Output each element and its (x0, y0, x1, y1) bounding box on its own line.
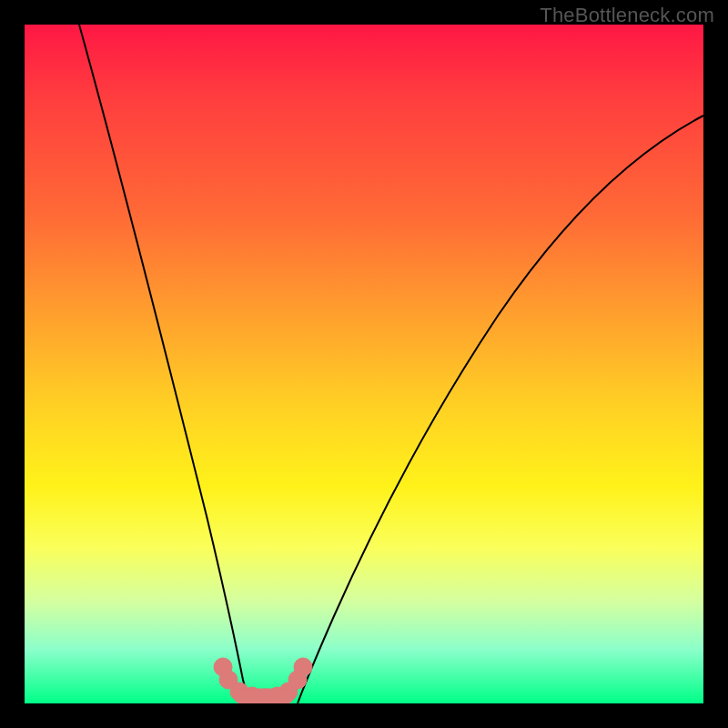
chart-container: TheBottleneck.com (0, 0, 728, 728)
plot-area (25, 25, 703, 703)
curve-right (298, 116, 703, 703)
curve-left (79, 25, 250, 703)
svg-point-8 (294, 658, 312, 676)
svg-rect-9 (234, 689, 294, 703)
bottom-marker-cluster (214, 658, 312, 703)
watermark-text: TheBottleneck.com (540, 4, 714, 27)
chart-svg (25, 25, 703, 703)
